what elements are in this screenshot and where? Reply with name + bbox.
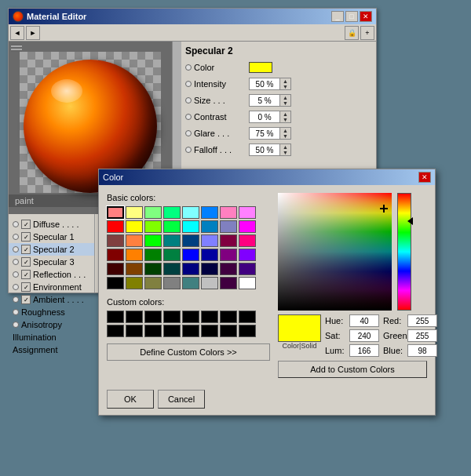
- toolbar-nav-right[interactable]: ►: [26, 26, 40, 40]
- basic-swatch-23[interactable]: [239, 234, 256, 247]
- basic-swatch-25[interactable]: [126, 249, 143, 261]
- ok-button[interactable]: OK: [107, 390, 154, 409]
- basic-swatch-10[interactable]: [144, 220, 162, 233]
- define-custom-colors-button[interactable]: Define Custom Colors >>: [107, 343, 270, 361]
- basic-swatch-33[interactable]: [126, 263, 143, 275]
- basic-swatch-15[interactable]: [239, 220, 256, 233]
- custom-swatch-8[interactable]: [107, 325, 124, 337]
- glare-spinner[interactable]: ▲ ▼: [280, 127, 291, 140]
- custom-swatch-9[interactable]: [126, 325, 143, 337]
- maximize-button[interactable]: □: [345, 11, 358, 22]
- spinner-up[interactable]: ▲: [280, 95, 290, 100]
- basic-swatch-44[interactable]: [182, 277, 199, 289]
- basic-swatch-45[interactable]: [201, 277, 218, 289]
- sidebar-item-anisotropy[interactable]: Anisotropy: [9, 318, 94, 331]
- hue-bar[interactable]: [397, 193, 411, 311]
- custom-swatch-6[interactable]: [220, 311, 237, 323]
- sidebar-check[interactable]: ✓: [21, 295, 31, 304]
- contrast-input[interactable]: [249, 111, 280, 123]
- spinner-down[interactable]: ▼: [280, 150, 290, 155]
- custom-swatch-3[interactable]: [163, 311, 181, 323]
- custom-swatch-10[interactable]: [144, 325, 162, 337]
- basic-swatch-31[interactable]: [239, 249, 256, 261]
- sidebar-check[interactable]: ✓: [21, 232, 31, 242]
- basic-swatch-9[interactable]: [126, 220, 143, 233]
- basic-swatch-13[interactable]: [201, 220, 218, 233]
- minimize-button[interactable]: _: [331, 11, 344, 22]
- sidebar-item-specular3[interactable]: ✓ Specular 3: [9, 256, 94, 268]
- basic-swatch-14[interactable]: [220, 220, 237, 233]
- spinner-up[interactable]: ▲: [280, 111, 290, 117]
- basic-swatch-39[interactable]: [239, 263, 256, 275]
- falloff-spinner[interactable]: ▲ ▼: [280, 144, 291, 156]
- color-swatch-button[interactable]: [249, 62, 272, 73]
- toolbar-nav-left[interactable]: ◄: [10, 26, 24, 40]
- basic-swatch-36[interactable]: [182, 263, 199, 275]
- falloff-input[interactable]: [249, 144, 280, 156]
- custom-swatch-15[interactable]: [239, 325, 256, 337]
- color-dialog-close[interactable]: ✕: [418, 172, 431, 183]
- lum-input[interactable]: [349, 344, 379, 357]
- spinner-up[interactable]: ▲: [280, 144, 290, 150]
- sidebar-item-ambient[interactable]: ✓ Ambient . . . .: [9, 293, 94, 306]
- spinner-down[interactable]: ▼: [280, 117, 290, 122]
- basic-swatch-11[interactable]: [163, 220, 181, 233]
- sidebar-check[interactable]: ✓: [21, 282, 31, 292]
- red-input[interactable]: [407, 314, 437, 327]
- sidebar-item-specular1[interactable]: ✓ Specular 1: [9, 231, 94, 243]
- custom-swatch-4[interactable]: [182, 311, 199, 323]
- sidebar-check[interactable]: ✓: [21, 245, 31, 254]
- basic-swatch-21[interactable]: [201, 234, 218, 247]
- color-gradient[interactable]: [278, 193, 392, 311]
- basic-swatch-17[interactable]: [126, 234, 143, 247]
- sidebar-item-environment[interactable]: ✓ Environment: [9, 281, 94, 293]
- basic-swatch-5[interactable]: [201, 206, 218, 219]
- size-spinner[interactable]: ▲ ▼: [280, 94, 291, 107]
- sidebar-item-diffuse[interactable]: ✓ Diffuse . . . .: [9, 218, 94, 231]
- blue-input[interactable]: [407, 344, 437, 357]
- spinner-up[interactable]: ▲: [280, 78, 290, 84]
- glare-input[interactable]: [249, 127, 280, 140]
- basic-swatch-41[interactable]: [126, 277, 143, 289]
- sidebar-check[interactable]: ✓: [21, 270, 31, 279]
- sidebar-item-specular2[interactable]: ✓ Specular 2: [9, 243, 94, 256]
- basic-swatch-29[interactable]: [201, 249, 218, 261]
- sidebar-item-roughness[interactable]: Roughness: [9, 306, 94, 318]
- basic-swatch-38[interactable]: [220, 263, 237, 275]
- hue-input[interactable]: [349, 314, 379, 327]
- contrast-spinner[interactable]: ▲ ▼: [280, 111, 291, 123]
- intensity-spinner[interactable]: ▲ ▼: [280, 78, 291, 90]
- custom-swatch-7[interactable]: [239, 311, 256, 323]
- basic-swatch-3[interactable]: [163, 206, 181, 219]
- sidebar-item-assignment[interactable]: Assignment: [9, 343, 94, 356]
- basic-swatch-20[interactable]: [182, 234, 199, 247]
- basic-swatch-16[interactable]: [107, 234, 124, 247]
- basic-swatch-34[interactable]: [144, 263, 162, 275]
- custom-swatch-5[interactable]: [201, 311, 218, 323]
- green-input[interactable]: [407, 329, 437, 342]
- basic-swatch-35[interactable]: [163, 263, 181, 275]
- close-button[interactable]: ✕: [360, 11, 372, 22]
- sat-input[interactable]: [349, 329, 379, 342]
- basic-swatch-42[interactable]: [144, 277, 162, 289]
- custom-swatch-1[interactable]: [126, 311, 143, 323]
- custom-swatch-11[interactable]: [163, 325, 181, 337]
- spinner-up[interactable]: ▲: [280, 128, 290, 133]
- cancel-button[interactable]: Cancel: [158, 390, 205, 409]
- basic-swatch-28[interactable]: [182, 249, 199, 261]
- basic-swatch-0[interactable]: [107, 206, 124, 219]
- basic-swatch-18[interactable]: [144, 234, 162, 247]
- basic-swatch-22[interactable]: [220, 234, 237, 247]
- basic-swatch-43[interactable]: [163, 277, 181, 289]
- custom-swatch-0[interactable]: [107, 311, 124, 323]
- custom-swatch-12[interactable]: [182, 325, 199, 337]
- spinner-down[interactable]: ▼: [280, 84, 290, 89]
- toolbar-lock[interactable]: 🔒: [345, 26, 359, 40]
- size-input[interactable]: [249, 94, 280, 107]
- basic-swatch-12[interactable]: [182, 220, 199, 233]
- basic-swatch-47[interactable]: [239, 277, 256, 289]
- basic-swatch-32[interactable]: [107, 263, 124, 275]
- add-to-custom-button[interactable]: Add to Custom Colors: [278, 361, 427, 378]
- toolbar-add[interactable]: +: [360, 26, 374, 40]
- basic-swatch-8[interactable]: [107, 220, 124, 233]
